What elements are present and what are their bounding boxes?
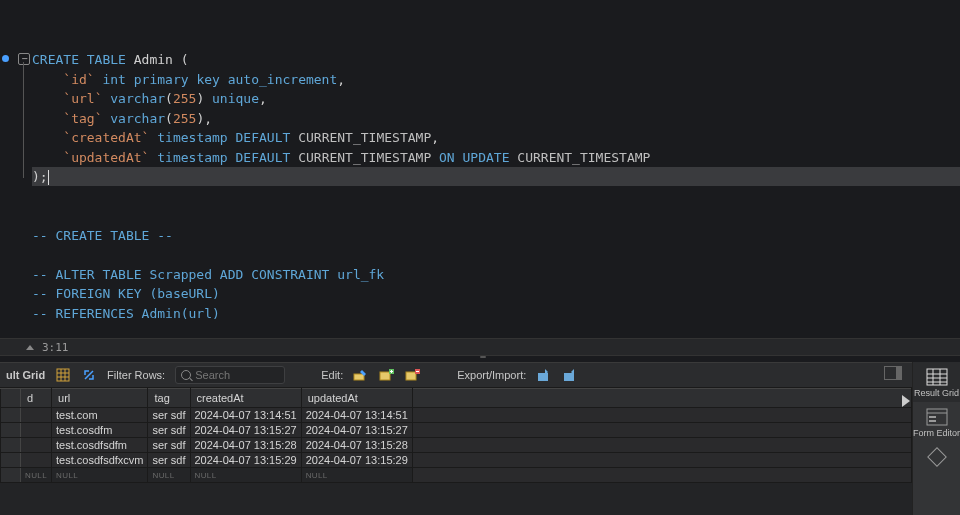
search-icon [181, 370, 191, 380]
row-handle-header [1, 389, 21, 408]
form-editor-tab[interactable]: Form Editor [913, 402, 961, 442]
cell-tag[interactable]: ser sdf [148, 453, 190, 468]
cell-updatedAt[interactable]: 2024-04-07 13:15:28 [301, 438, 412, 453]
row-handle[interactable] [1, 453, 21, 468]
cell-tag[interactable]: ser sdf [148, 438, 190, 453]
col-filler [412, 389, 911, 408]
row-handle[interactable] [1, 468, 21, 483]
cell-null[interactable]: NULL [190, 468, 301, 483]
cell-null[interactable]: NULL [148, 468, 190, 483]
col-header[interactable]: url [52, 389, 148, 408]
filter-search-box[interactable] [175, 366, 285, 384]
svg-rect-10 [406, 372, 416, 380]
cell-d[interactable] [21, 408, 52, 423]
panel-resize-handle[interactable] [480, 356, 486, 358]
svg-rect-15 [927, 369, 947, 385]
toggle-side-panel-icon[interactable] [884, 366, 902, 380]
edit-row-icon[interactable] [353, 367, 369, 383]
table-row[interactable]: test.cosdfsdfxcvmser sdf2024-04-07 13:15… [1, 453, 912, 468]
cell-url[interactable]: test.com [52, 408, 148, 423]
cell-updatedAt[interactable]: 2024-04-07 13:15:27 [301, 423, 412, 438]
svg-rect-6 [380, 372, 390, 380]
svg-rect-13 [538, 373, 548, 381]
cell-d[interactable] [21, 423, 52, 438]
cell-filler [412, 423, 911, 438]
fold-toggle-icon[interactable]: − [18, 53, 30, 65]
import-icon[interactable] [562, 367, 578, 383]
table-row[interactable]: test.cosdfmser sdf2024-04-07 13:15:27202… [1, 423, 912, 438]
table-header-row: d url tag createdAt updatedAt [1, 389, 912, 408]
cell-updatedAt[interactable]: 2024-04-07 13:14:51 [301, 408, 412, 423]
table-row[interactable]: test.cosdfsdfmser sdf2024-04-07 13:15:28… [1, 438, 912, 453]
cell-null[interactable]: NULL [52, 468, 148, 483]
editor-status-bar: 3:11 [0, 338, 960, 356]
cell-d[interactable] [21, 438, 52, 453]
results-table[interactable]: d url tag createdAt updatedAt test.comse… [0, 388, 912, 483]
result-grid-tab[interactable]: Result Grid [913, 362, 961, 402]
filter-search-input[interactable] [195, 369, 275, 381]
filter-rows-label: Filter Rows: [107, 369, 165, 381]
expand-panel-icon[interactable] [902, 395, 910, 407]
cell-url[interactable]: test.cosdfm [52, 423, 148, 438]
code-block[interactable]: CREATE TABLE Admin ( `id` int primary ke… [32, 50, 650, 323]
form-editor-tab-label: Form Editor [913, 428, 960, 438]
results-grid[interactable]: d url tag createdAt updatedAt test.comse… [0, 388, 912, 515]
add-row-icon[interactable] [379, 367, 395, 383]
cell-createdAt[interactable]: 2024-04-07 13:14:51 [190, 408, 301, 423]
cell-createdAt[interactable]: 2024-04-07 13:15:28 [190, 438, 301, 453]
results-toolbar: ult Grid Filter Rows: Edit: Export/Impor… [0, 362, 912, 388]
delete-row-icon[interactable] [405, 367, 421, 383]
export-icon[interactable] [536, 367, 552, 383]
cell-null[interactable]: NULL [21, 468, 52, 483]
cell-updatedAt[interactable]: 2024-04-07 13:15:29 [301, 453, 412, 468]
row-handle[interactable] [1, 423, 21, 438]
cell-null[interactable]: NULL [301, 468, 412, 483]
svg-rect-23 [929, 416, 936, 418]
cell-createdAt[interactable]: 2024-04-07 13:15:29 [190, 453, 301, 468]
col-header[interactable]: updatedAt [301, 389, 412, 408]
cell-url[interactable]: test.cosdfsdfm [52, 438, 148, 453]
sql-editor[interactable]: − CREATE TABLE Admin ( `id` int primary … [0, 0, 960, 350]
svg-rect-5 [354, 374, 364, 380]
nav-diamond-icon[interactable] [927, 447, 947, 467]
fold-guide [23, 62, 24, 178]
edit-label: Edit: [321, 369, 343, 381]
cell-filler [412, 408, 911, 423]
table-row[interactable]: test.comser sdf2024-04-07 13:14:512024-0… [1, 408, 912, 423]
col-header[interactable]: tag [148, 389, 190, 408]
row-handle[interactable] [1, 438, 21, 453]
cell-createdAt[interactable]: 2024-04-07 13:15:27 [190, 423, 301, 438]
grid-mode-label: ult Grid [6, 369, 45, 381]
result-grid-tab-label: Result Grid [914, 388, 959, 398]
cell-url[interactable]: test.cosdfsdfxcvm [52, 453, 148, 468]
cell-tag[interactable]: ser sdf [148, 408, 190, 423]
svg-rect-14 [564, 373, 574, 381]
cell-d[interactable] [21, 453, 52, 468]
export-import-label: Export/Import: [457, 369, 526, 381]
statement-marker-icon [2, 55, 9, 62]
cell-tag[interactable]: ser sdf [148, 423, 190, 438]
cell-filler [412, 453, 911, 468]
cell-filler [412, 468, 911, 483]
cell-filler [412, 438, 911, 453]
svg-rect-0 [57, 369, 69, 381]
cursor-position: 3:11 [42, 341, 69, 354]
svg-rect-24 [929, 420, 936, 422]
col-header[interactable]: createdAt [190, 389, 301, 408]
row-handle[interactable] [1, 408, 21, 423]
right-side-panel: Result Grid Form Editor [912, 362, 960, 515]
editor-gutter: − [0, 50, 32, 65]
col-header[interactable]: d [21, 389, 52, 408]
refresh-icon[interactable] [81, 367, 97, 383]
grid-icon[interactable] [55, 367, 71, 383]
table-row-null[interactable]: NULLNULLNULLNULLNULL [1, 468, 912, 483]
